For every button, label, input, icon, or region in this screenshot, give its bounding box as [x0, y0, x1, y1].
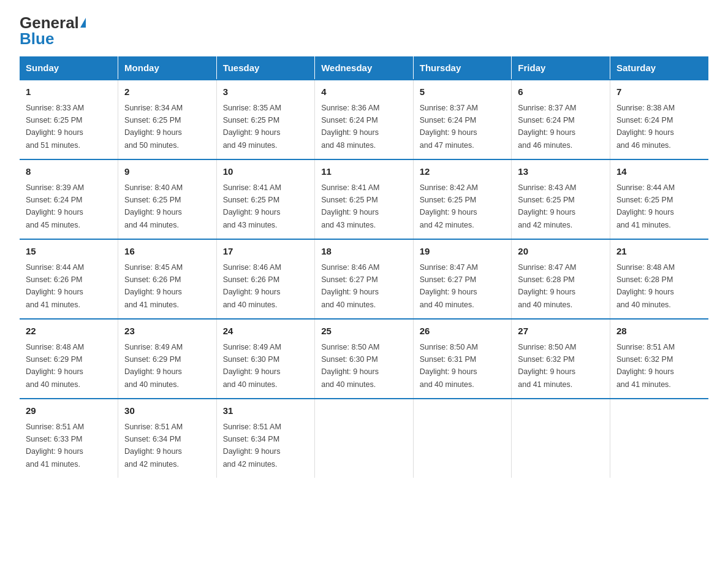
day-cell-11: 11Sunrise: 8:41 AMSunset: 6:25 PMDayligh…: [315, 159, 414, 239]
day-detail: Sunrise: 8:48 AMSunset: 6:29 PMDaylight:…: [26, 343, 84, 389]
day-cell-2: 2Sunrise: 8:34 AMSunset: 6:25 PMDaylight…: [118, 80, 217, 159]
empty-cell: [610, 399, 708, 478]
day-detail: Sunrise: 8:43 AMSunset: 6:25 PMDaylight:…: [518, 183, 576, 229]
day-number: 15: [26, 245, 112, 259]
day-detail: Sunrise: 8:51 AMSunset: 6:34 PMDaylight:…: [124, 423, 183, 469]
day-number: 2: [124, 85, 210, 99]
day-number: 26: [420, 324, 506, 339]
day-cell-30: 30Sunrise: 8:51 AMSunset: 6:34 PMDayligh…: [118, 399, 217, 478]
day-detail: Sunrise: 8:40 AMSunset: 6:25 PMDaylight:…: [124, 183, 183, 229]
day-cell-6: 6Sunrise: 8:37 AMSunset: 6:24 PMDaylight…: [512, 80, 610, 159]
day-detail: Sunrise: 8:34 AMSunset: 6:25 PMDaylight:…: [124, 104, 183, 150]
day-cell-29: 29Sunrise: 8:51 AMSunset: 6:33 PMDayligh…: [20, 399, 118, 478]
day-detail: Sunrise: 8:39 AMSunset: 6:24 PMDaylight:…: [26, 183, 84, 229]
col-header-friday: Friday: [512, 56, 610, 80]
empty-cell: [413, 399, 512, 478]
day-number: 30: [124, 404, 210, 418]
col-header-saturday: Saturday: [610, 56, 708, 80]
day-number: 23: [124, 324, 210, 339]
day-detail: Sunrise: 8:46 AMSunset: 6:27 PMDaylight:…: [321, 263, 379, 309]
logo: General Blue: [20, 15, 86, 47]
day-cell-24: 24Sunrise: 8:49 AMSunset: 6:30 PMDayligh…: [216, 319, 315, 399]
day-cell-5: 5Sunrise: 8:37 AMSunset: 6:24 PMDaylight…: [413, 80, 512, 159]
day-cell-18: 18Sunrise: 8:46 AMSunset: 6:27 PMDayligh…: [315, 239, 414, 319]
col-header-thursday: Thursday: [413, 56, 512, 80]
day-detail: Sunrise: 8:48 AMSunset: 6:28 PMDaylight:…: [616, 263, 675, 309]
day-cell-8: 8Sunrise: 8:39 AMSunset: 6:24 PMDaylight…: [20, 159, 118, 239]
day-number: 10: [223, 165, 309, 179]
day-detail: Sunrise: 8:50 AMSunset: 6:30 PMDaylight:…: [321, 343, 379, 389]
day-number: 19: [420, 245, 506, 259]
day-detail: Sunrise: 8:41 AMSunset: 6:25 PMDaylight:…: [223, 183, 281, 229]
day-cell-9: 9Sunrise: 8:40 AMSunset: 6:25 PMDaylight…: [118, 159, 217, 239]
day-number: 27: [518, 324, 604, 339]
day-number: 13: [518, 165, 604, 179]
day-detail: Sunrise: 8:46 AMSunset: 6:26 PMDaylight:…: [223, 263, 281, 309]
day-detail: Sunrise: 8:41 AMSunset: 6:25 PMDaylight:…: [321, 183, 379, 229]
day-number: 16: [124, 245, 210, 259]
day-cell-22: 22Sunrise: 8:48 AMSunset: 6:29 PMDayligh…: [20, 319, 118, 399]
day-detail: Sunrise: 8:51 AMSunset: 6:32 PMDaylight:…: [616, 343, 675, 389]
day-cell-23: 23Sunrise: 8:49 AMSunset: 6:29 PMDayligh…: [118, 319, 217, 399]
col-header-sunday: Sunday: [20, 56, 118, 80]
day-cell-25: 25Sunrise: 8:50 AMSunset: 6:30 PMDayligh…: [315, 319, 414, 399]
day-number: 21: [616, 245, 702, 259]
day-detail: Sunrise: 8:47 AMSunset: 6:28 PMDaylight:…: [518, 263, 576, 309]
day-number: 11: [321, 165, 407, 179]
col-header-wednesday: Wednesday: [315, 56, 414, 80]
day-cell-20: 20Sunrise: 8:47 AMSunset: 6:28 PMDayligh…: [512, 239, 610, 319]
day-number: 1: [26, 85, 112, 99]
day-detail: Sunrise: 8:36 AMSunset: 6:24 PMDaylight:…: [321, 104, 379, 150]
day-number: 28: [616, 324, 702, 339]
day-number: 18: [321, 245, 407, 259]
day-cell-14: 14Sunrise: 8:44 AMSunset: 6:25 PMDayligh…: [610, 159, 708, 239]
logo-general-text: General: [20, 15, 86, 31]
day-detail: Sunrise: 8:44 AMSunset: 6:26 PMDaylight:…: [26, 263, 84, 309]
day-number: 9: [124, 165, 210, 179]
day-detail: Sunrise: 8:51 AMSunset: 6:33 PMDaylight:…: [26, 423, 84, 469]
day-cell-10: 10Sunrise: 8:41 AMSunset: 6:25 PMDayligh…: [216, 159, 315, 239]
day-detail: Sunrise: 8:37 AMSunset: 6:24 PMDaylight:…: [518, 104, 576, 150]
day-cell-19: 19Sunrise: 8:47 AMSunset: 6:27 PMDayligh…: [413, 239, 512, 319]
day-detail: Sunrise: 8:33 AMSunset: 6:25 PMDaylight:…: [26, 104, 84, 150]
day-detail: Sunrise: 8:50 AMSunset: 6:32 PMDaylight:…: [518, 343, 576, 389]
day-cell-1: 1Sunrise: 8:33 AMSunset: 6:25 PMDaylight…: [20, 80, 118, 159]
week-row-4: 22Sunrise: 8:48 AMSunset: 6:29 PMDayligh…: [20, 319, 708, 399]
day-cell-12: 12Sunrise: 8:42 AMSunset: 6:25 PMDayligh…: [413, 159, 512, 239]
day-detail: Sunrise: 8:37 AMSunset: 6:24 PMDaylight:…: [420, 104, 478, 150]
day-detail: Sunrise: 8:42 AMSunset: 6:25 PMDaylight:…: [420, 183, 478, 229]
day-number: 22: [26, 324, 112, 339]
day-detail: Sunrise: 8:47 AMSunset: 6:27 PMDaylight:…: [420, 263, 478, 309]
day-detail: Sunrise: 8:44 AMSunset: 6:25 PMDaylight:…: [616, 183, 675, 229]
day-number: 5: [420, 85, 506, 99]
day-detail: Sunrise: 8:49 AMSunset: 6:29 PMDaylight:…: [124, 343, 183, 389]
day-detail: Sunrise: 8:35 AMSunset: 6:25 PMDaylight:…: [223, 104, 281, 150]
day-number: 29: [26, 404, 112, 418]
col-header-monday: Monday: [118, 56, 217, 80]
day-number: 8: [26, 165, 112, 179]
day-cell-21: 21Sunrise: 8:48 AMSunset: 6:28 PMDayligh…: [610, 239, 708, 319]
day-number: 4: [321, 85, 407, 99]
day-cell-26: 26Sunrise: 8:50 AMSunset: 6:31 PMDayligh…: [413, 319, 512, 399]
day-number: 25: [321, 324, 407, 339]
calendar-header-row: SundayMondayTuesdayWednesdayThursdayFrid…: [20, 56, 708, 80]
day-cell-17: 17Sunrise: 8:46 AMSunset: 6:26 PMDayligh…: [216, 239, 315, 319]
day-cell-4: 4Sunrise: 8:36 AMSunset: 6:24 PMDaylight…: [315, 80, 414, 159]
day-number: 3: [223, 85, 309, 99]
day-cell-16: 16Sunrise: 8:45 AMSunset: 6:26 PMDayligh…: [118, 239, 217, 319]
day-detail: Sunrise: 8:50 AMSunset: 6:31 PMDaylight:…: [420, 343, 478, 389]
week-row-5: 29Sunrise: 8:51 AMSunset: 6:33 PMDayligh…: [20, 399, 708, 478]
week-row-2: 8Sunrise: 8:39 AMSunset: 6:24 PMDaylight…: [20, 159, 708, 239]
day-cell-3: 3Sunrise: 8:35 AMSunset: 6:25 PMDaylight…: [216, 80, 315, 159]
empty-cell: [315, 399, 414, 478]
day-number: 12: [420, 165, 506, 179]
calendar-table: SundayMondayTuesdayWednesdayThursdayFrid…: [20, 56, 708, 478]
day-detail: Sunrise: 8:38 AMSunset: 6:24 PMDaylight:…: [616, 104, 675, 150]
col-header-tuesday: Tuesday: [216, 56, 315, 80]
day-number: 24: [223, 324, 309, 339]
day-detail: Sunrise: 8:49 AMSunset: 6:30 PMDaylight:…: [223, 343, 281, 389]
day-number: 14: [616, 165, 702, 179]
day-cell-28: 28Sunrise: 8:51 AMSunset: 6:32 PMDayligh…: [610, 319, 708, 399]
week-row-3: 15Sunrise: 8:44 AMSunset: 6:26 PMDayligh…: [20, 239, 708, 319]
day-detail: Sunrise: 8:51 AMSunset: 6:34 PMDaylight:…: [223, 423, 281, 469]
